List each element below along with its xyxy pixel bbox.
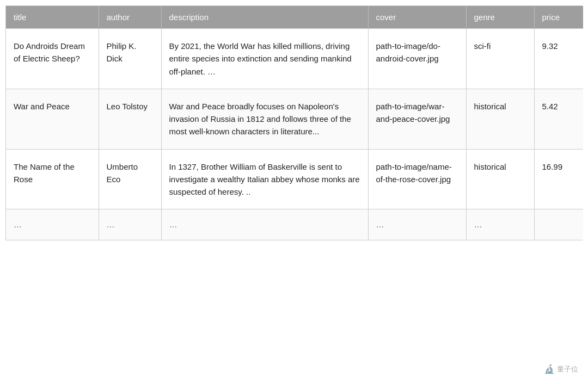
books-table: title author description cover genre pri…: [6, 6, 583, 240]
ellipsis-cell-price: [534, 209, 583, 240]
cell-title: Do Androids Dream of Electric Sheep?: [6, 29, 99, 89]
ellipsis-cell-author: …: [99, 209, 161, 240]
table-row-ellipsis: ……………: [6, 209, 583, 240]
ellipsis-cell-genre: …: [466, 209, 534, 240]
header-author: author: [99, 6, 161, 29]
header-genre: genre: [466, 6, 534, 29]
cell-title: The Name of the Rose: [6, 149, 99, 209]
ellipsis-cell-cover: …: [368, 209, 466, 240]
cell-author: Umberto Eco: [99, 149, 161, 209]
cell-author: Leo Tolstoy: [99, 89, 161, 149]
cell-description: In 1327, Brother William of Baskerville …: [161, 149, 368, 209]
cell-cover: path-to-image/name-of-the-rose-cover.jpg: [368, 149, 466, 209]
cell-author: Philip K. Dick: [99, 29, 161, 89]
header-title: title: [6, 6, 99, 29]
ellipsis-cell-title: …: [6, 209, 99, 240]
table-header-row: title author description cover genre pri…: [6, 6, 583, 29]
header-cover: cover: [368, 6, 466, 29]
cell-price: 9.32: [534, 29, 583, 89]
watermark-text: 量子位: [557, 364, 578, 374]
watermark-icon: 🔬: [544, 364, 555, 374]
watermark: 🔬 量子位: [544, 364, 578, 374]
cell-description: War and Peace broadly focuses on Napoleo…: [161, 89, 368, 149]
table-row: The Name of the RoseUmberto EcoIn 1327, …: [6, 149, 583, 209]
cell-genre: sci-fi: [466, 29, 534, 89]
cell-cover: path-to-image/do-android-cover.jpg: [368, 29, 466, 89]
cell-genre: historical: [466, 149, 534, 209]
header-price: price: [534, 6, 583, 29]
cell-price: 16.99: [534, 149, 583, 209]
cell-genre: historical: [466, 89, 534, 149]
table-row: Do Androids Dream of Electric Sheep?Phil…: [6, 29, 583, 89]
header-description: description: [161, 6, 368, 29]
cell-price: 5.42: [534, 89, 583, 149]
books-table-container: title author description cover genre pri…: [5, 5, 583, 240]
cell-title: War and Peace: [6, 89, 99, 149]
cell-description: By 2021, the World War has killed millio…: [161, 29, 368, 89]
cell-cover: path-to-image/war-and-peace-cover.jpg: [368, 89, 466, 149]
ellipsis-cell-description: …: [161, 209, 368, 240]
table-row: War and PeaceLeo TolstoyWar and Peace br…: [6, 89, 583, 149]
